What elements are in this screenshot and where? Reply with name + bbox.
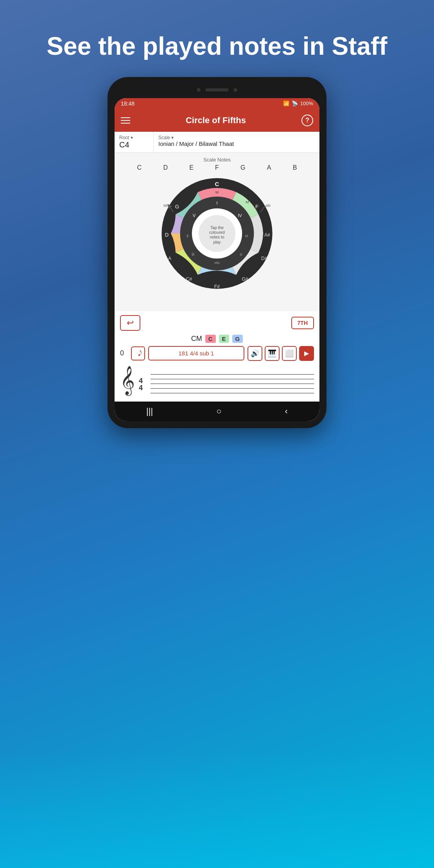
outer-note-Csharp: C# (186, 276, 192, 282)
chord-row: CM C E G (120, 335, 314, 343)
staff-line-3 (151, 384, 314, 384)
center-text-line1: Tap the (210, 226, 224, 230)
roman-vi: vi (245, 233, 248, 238)
background-wave (0, 751, 434, 868)
circle-container: Tap the coloured notes to play C F A# D#… (115, 174, 319, 311)
chord-note-G[interactable]: G (232, 335, 243, 343)
menu-button[interactable] (121, 117, 130, 124)
loop-icon: ⬜ (285, 349, 294, 358)
M-topleft: M (185, 199, 188, 204)
fourth-label: 4th (265, 203, 271, 208)
note-B: B (293, 164, 297, 171)
seventh-button[interactable]: 7TH (291, 317, 314, 329)
outer-note-D[interactable]: D (165, 231, 169, 237)
staff-section: 𝄞 4 4 (115, 365, 319, 402)
phone-bottom-nav: ||| ○ ‹ (115, 402, 319, 421)
outer-note-F[interactable]: F (255, 204, 258, 210)
staff-line-2 (151, 379, 314, 380)
chord-note-C[interactable]: C (205, 335, 216, 343)
metronome-button[interactable]: 𝅘𝅥𝅮 (131, 346, 145, 360)
outer-note-Fsharp: F# (214, 284, 220, 289)
app-bar: Circle of Fifths ? (115, 109, 319, 132)
replay-button[interactable]: ↩ (120, 315, 140, 331)
scale-selector[interactable]: Scale ▾ Ionian / Major / Bilawal Thaat (154, 132, 319, 152)
m-right: m (267, 242, 270, 246)
hero-text: See the played notes in Staff (23, 0, 411, 77)
outer-note-Asharp2: A (168, 256, 172, 261)
battery-label: 100% (300, 100, 313, 106)
roman-V: V (193, 213, 196, 217)
play-icon: ▶ (304, 350, 309, 357)
time-sig-top: 4 (139, 377, 143, 384)
M-top: M (215, 190, 219, 194)
note-G: G (240, 164, 245, 171)
phone-device: 18:48 📶 📡 100% Circle of Fifths ? Root ▾ (108, 77, 326, 428)
status-time: 18:48 (121, 100, 135, 107)
nav-recents-button[interactable]: ||| (146, 406, 153, 416)
piano-button[interactable]: 🎹 (265, 346, 280, 361)
outer-note-Gsharp: G# (242, 276, 249, 282)
roman-I: I (216, 201, 217, 205)
m-left: m (164, 242, 167, 246)
staff-line-4 (151, 388, 314, 389)
bottom-controls: ↩ 7TH CM C E G 0 𝅘𝅥𝅮 181 4/4 sub 1 (115, 311, 319, 365)
bpm-display: 181 4/4 sub 1 (148, 346, 244, 360)
root-selector[interactable]: Root ▾ C4 (115, 132, 154, 152)
volume-button[interactable]: 🔊 (247, 346, 262, 361)
staff-area: 4 4 (139, 373, 314, 396)
roman-iii: iii (192, 252, 194, 256)
notes-row: C D E F G A B (115, 164, 319, 171)
play-button[interactable]: ▶ (299, 346, 314, 361)
camera-dot-right (233, 88, 237, 92)
background: See the played notes in Staff 18:48 📶 📡 … (0, 0, 434, 868)
time-signature: 4 4 (139, 373, 143, 396)
nav-back-button[interactable]: ‹ (285, 406, 288, 416)
outer-note-C[interactable]: C (215, 181, 219, 187)
note-A: A (267, 164, 271, 171)
center-text-line4: play (213, 240, 221, 244)
circle-of-fifths-svg: Tap the coloured notes to play C F A# D#… (154, 174, 280, 307)
beat-number: 0 (120, 349, 128, 357)
nav-home-button[interactable]: ○ (216, 406, 221, 416)
center-text-line3: notes to (210, 235, 224, 239)
circle-section: Scale Notes C D E F G A B (115, 153, 319, 311)
scale-label: Scale ▾ (158, 135, 315, 140)
time-sig-bottom: 4 (139, 384, 143, 391)
speaker-dot (205, 88, 229, 91)
chord-label: CM (191, 335, 202, 343)
note-F: F (215, 164, 219, 171)
piano-icon: 🎹 (268, 349, 276, 358)
status-icons: 📶 📡 100% (283, 100, 313, 106)
outer-note-Dsharp[interactable]: D# (261, 256, 267, 261)
volume-icon: 🔊 (251, 349, 259, 358)
note-D: D (163, 164, 168, 171)
roman-o: o (240, 252, 242, 256)
M-topright: M (246, 199, 249, 204)
play-controls: 🔊 🎹 ⬜ ▶ (247, 346, 314, 361)
replay-icon: ↩ (127, 318, 134, 328)
help-button[interactable]: ? (301, 115, 313, 126)
treble-clef: 𝄞 (120, 368, 135, 393)
loop-button[interactable]: ⬜ (282, 346, 297, 361)
root-value: C4 (119, 140, 149, 149)
outer-note-Asharp[interactable]: A# (264, 232, 270, 237)
status-bar: 18:48 📶 📡 100% (115, 98, 319, 109)
m-bottomleft: m (176, 263, 179, 267)
chord-note-E[interactable]: E (219, 335, 229, 343)
wifi-icon: 📶 (283, 100, 289, 106)
fifth-label: 5th (163, 203, 169, 208)
signal-icon: 📡 (292, 100, 298, 106)
app-title: Circle of Fifths (136, 115, 295, 126)
scale-value: Ionian / Major / Bilawal Thaat (158, 140, 315, 147)
staff-lines (151, 373, 314, 396)
staff-line-5 (151, 393, 314, 394)
scale-notes-label: Scale Notes (115, 157, 319, 163)
outer-note-G[interactable]: G (175, 204, 179, 210)
note-E: E (189, 164, 194, 171)
phone-screen: 18:48 📶 📡 100% Circle of Fifths ? Root ▾ (115, 98, 319, 421)
roman-viio: viio (214, 260, 220, 264)
center-text-line2: coloured (209, 230, 225, 235)
playback-row: 0 𝅘𝅥𝅮 181 4/4 sub 1 🔊 🎹 ⬜ (120, 346, 314, 361)
camera-dot-left (197, 88, 201, 92)
roman-ii: ii (187, 233, 188, 238)
